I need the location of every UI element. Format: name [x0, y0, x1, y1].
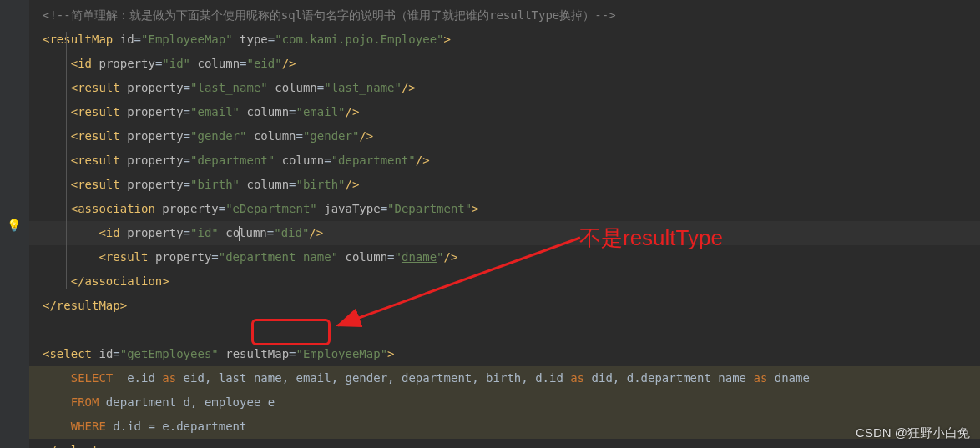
fold-guide — [66, 32, 67, 289]
code-line: <association property="eDepartment" java… — [29, 197, 980, 221]
code-line: <result property="gender" column="gender… — [29, 124, 980, 148]
code-line: </resultMap> — [29, 294, 980, 318]
annotation-text: 不是resultType — [579, 224, 723, 253]
code-line: <result property="birth" column="birth"/… — [29, 173, 980, 197]
code-line-blank — [29, 318, 980, 342]
code-line: <result property="last_name" column="las… — [29, 76, 980, 100]
code-line: <select id="getEmployees" resultMap="Emp… — [29, 342, 980, 366]
code-line: <result property="email" column="email"/… — [29, 100, 980, 124]
code-line-sql: FROM department d, employee e — [29, 390, 980, 415]
code-line-sql: SELECT e.id as eid, last_name, email, ge… — [29, 366, 980, 390]
code-editor[interactable]: 💡 <!--简单理解：就是做为下面某个使用昵称的sql语句名字的说明书（谁用了就… — [0, 0, 980, 448]
code-line: <result property="department" column="de… — [29, 148, 980, 173]
editor-gutter: 💡 — [0, 0, 29, 448]
code-line: </select> — [29, 439, 980, 448]
code-line: <resultMap id="EmployeeMap" type="com.ka… — [29, 28, 980, 52]
annotation-highlight-box — [251, 319, 331, 345]
code-line: </association> — [29, 269, 980, 294]
lightbulb-icon[interactable]: 💡 — [7, 219, 20, 232]
code-content[interactable]: <!--简单理解：就是做为下面某个使用昵称的sql语句名字的说明书（谁用了就把谁… — [29, 0, 980, 448]
code-line: <!--简单理解：就是做为下面某个使用昵称的sql语句名字的说明书（谁用了就把谁… — [29, 3, 980, 28]
code-line: <id property="id" column="eid"/> — [29, 52, 980, 76]
watermark-text: CSDN @狂野小白兔 — [856, 425, 970, 441]
code-line-sql: WHERE d.id = e.department — [29, 415, 980, 439]
code-line: <result property="department_name" colum… — [29, 245, 980, 269]
code-line-active: <id property="id" column="did"/> — [29, 221, 980, 245]
